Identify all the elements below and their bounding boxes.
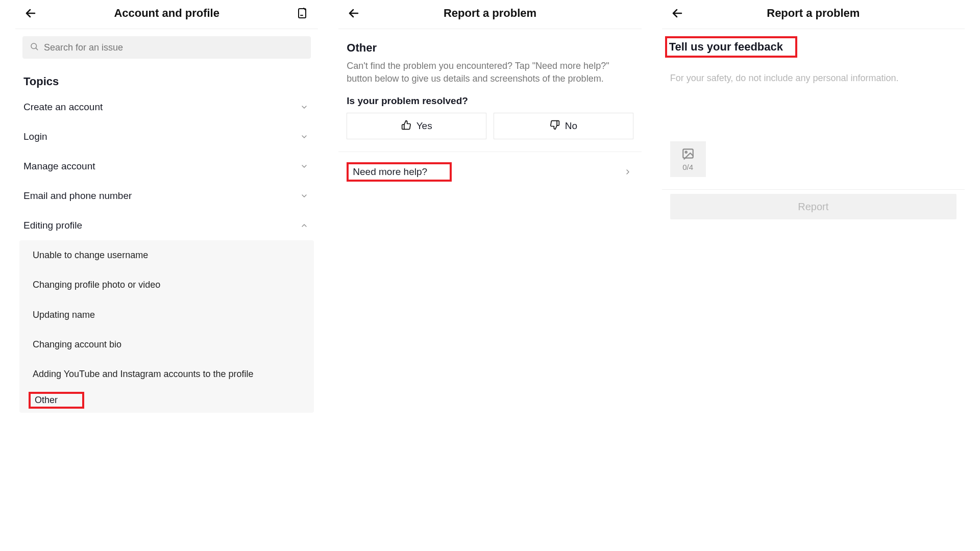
divider	[338, 152, 641, 152]
thumbs-up-icon	[401, 120, 411, 133]
divider	[662, 189, 965, 190]
chevron-down-icon	[299, 102, 310, 113]
yes-button[interactable]: Yes	[347, 113, 486, 139]
editing-profile-sublist: Unable to change username Changing profi…	[19, 240, 314, 413]
no-label: No	[565, 120, 577, 132]
upload-image-button[interactable]: 0/4	[670, 141, 706, 177]
panel-feedback: Report a problem Tell us your feedback F…	[662, 0, 965, 418]
topic-editing-profile[interactable]: Editing profile	[15, 211, 318, 240]
other-description: Can't find the problem you encountered? …	[338, 60, 641, 95]
report-button[interactable]: Report	[670, 194, 957, 219]
image-icon	[681, 147, 695, 162]
need-more-help-row[interactable]: Need more help?	[338, 153, 641, 191]
sub-item-bio[interactable]: Changing account bio	[19, 330, 314, 359]
sub-item-photo[interactable]: Changing profile photo or video	[19, 270, 314, 299]
sub-item-username[interactable]: Unable to change username	[19, 240, 314, 270]
topic-email-phone[interactable]: Email and phone number	[15, 181, 318, 211]
resolve-question: Is your problem resolved?	[338, 95, 641, 113]
back-arrow-icon[interactable]	[22, 5, 39, 21]
page-title: Report a problem	[362, 7, 618, 20]
header-spacer	[618, 5, 634, 21]
page-title: Report a problem	[685, 7, 941, 20]
need-help-label: Need more help?	[353, 166, 427, 177]
sub-item-social[interactable]: Adding YouTube and Instagram accounts to…	[19, 359, 314, 389]
chevron-down-icon	[299, 190, 310, 202]
svg-point-7	[685, 152, 687, 153]
header: Report a problem	[662, 0, 965, 29]
topic-label: Create an account	[23, 102, 103, 113]
chevron-down-icon	[299, 161, 310, 172]
back-arrow-icon[interactable]	[669, 5, 685, 21]
header: Report a problem	[338, 0, 641, 29]
chevron-down-icon	[299, 131, 310, 142]
header-spacer	[941, 5, 958, 21]
svg-line-3	[36, 48, 37, 49]
other-heading: Other	[338, 29, 641, 60]
page-title: Account and profile	[39, 7, 295, 20]
topic-label: Manage account	[23, 161, 95, 172]
panel-report-other: Report a problem Other Can't find the pr…	[338, 0, 641, 418]
header: Account and profile	[15, 0, 318, 29]
topic-label: Email and phone number	[23, 190, 132, 202]
search-input[interactable]	[44, 42, 304, 53]
edit-report-icon[interactable]	[295, 5, 311, 21]
upload-count: 0/4	[682, 163, 693, 171]
topic-manage-account[interactable]: Manage account	[15, 152, 318, 181]
topic-create-account[interactable]: Create an account	[15, 92, 318, 122]
yes-no-wrap: Yes No	[338, 113, 641, 151]
sub-item-name[interactable]: Updating name	[19, 300, 314, 330]
panel-account-profile: Account and profile Topics Create an acc…	[15, 0, 318, 418]
thumbs-down-icon	[550, 120, 560, 133]
topic-label: Login	[23, 131, 47, 142]
chevron-up-icon	[299, 220, 310, 231]
no-button[interactable]: No	[494, 113, 633, 139]
topic-label: Editing profile	[23, 220, 82, 231]
feedback-textarea[interactable]: For your safety, do not include any pers…	[662, 63, 965, 139]
topics-heading: Topics	[15, 68, 318, 92]
sub-item-other[interactable]: Other	[35, 395, 58, 405]
feedback-heading: Tell us your feedback	[665, 36, 797, 58]
topic-login[interactable]: Login	[15, 122, 318, 152]
report-label: Report	[798, 201, 828, 213]
chevron-right-icon	[622, 166, 633, 178]
yes-label: Yes	[416, 120, 432, 132]
search-icon	[30, 42, 39, 53]
back-arrow-icon[interactable]	[346, 5, 362, 21]
search-bar[interactable]	[22, 36, 311, 59]
svg-rect-1	[299, 9, 306, 18]
